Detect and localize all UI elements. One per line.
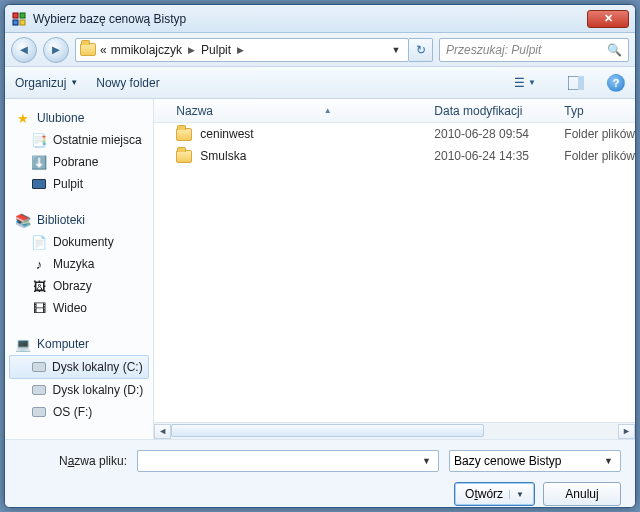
chevron-down-icon[interactable]: ▼ [601,456,616,466]
app-icon [11,11,27,27]
disk-icon [32,359,46,375]
folder-icon [176,150,192,163]
list-icon: ☰ [514,76,525,90]
disk-icon [31,382,47,398]
titlebar: Wybierz bazę cenową Bistyp ✕ [5,5,635,33]
close-button[interactable]: ✕ [587,10,629,28]
cancel-button[interactable]: Anuluj [543,482,621,506]
chevron-right-icon[interactable]: ▶ [186,45,197,55]
video-icon: 🎞 [31,300,47,316]
sidebar-item-recent[interactable]: 📑Ostatnie miejsca [5,129,153,151]
svg-rect-0 [13,13,18,18]
file-type-filter[interactable]: Bazy cenowe Bistyp ▼ [449,450,621,472]
desktop-icon [31,176,47,192]
dialog-footer: Nazwa pliku: ▼ Bazy cenowe Bistyp ▼ Otwó… [5,439,635,508]
scroll-track[interactable] [171,424,618,439]
window-title: Wybierz bazę cenową Bistyp [33,12,587,26]
sidebar-item-drive-f[interactable]: OS (F:) [5,401,153,423]
open-split-dropdown[interactable]: ▼ [509,490,524,499]
dialog-body: ★ Ulubione 📑Ostatnie miejsca ⬇️Pobrane P… [5,99,635,439]
table-row[interactable]: Smulska 2010-06-24 14:35 Folder plików [154,145,635,167]
chevron-down-icon: ▼ [528,78,536,87]
recent-icon: 📑 [31,132,47,148]
refresh-button[interactable]: ↻ [409,38,433,62]
toolbar: Organizuj ▼ Nowy folder ☰ ▼ ? [5,67,635,99]
computer-icon: 💻 [15,336,31,352]
sort-ascending-icon: ▲ [324,106,332,115]
sidebar-item-documents[interactable]: 📄Dokumenty [5,231,153,253]
chevron-down-icon[interactable]: ▼ [419,456,434,466]
chevron-down-icon: ▼ [70,78,78,87]
scroll-right-button[interactable]: ► [618,424,635,439]
address-dropdown[interactable]: ▼ [388,45,404,55]
star-icon: ★ [15,110,31,126]
sidebar-item-desktop[interactable]: Pulpit [5,173,153,195]
svg-rect-1 [20,13,25,18]
search-input[interactable]: Przeszukaj: Pulpit 🔍 [439,38,629,62]
picture-icon: 🖼 [31,278,47,294]
sidebar-item-drive-d[interactable]: Dysk lokalny (D:) [5,379,153,401]
sidebar: ★ Ulubione 📑Ostatnie miejsca ⬇️Pobrane P… [5,99,154,439]
column-headers: Nazwa▲ Data modyfikacji Typ [154,99,635,123]
sidebar-group-libraries[interactable]: 📚 Biblioteki [5,209,153,231]
crumb[interactable]: Pulpit [201,43,231,57]
search-placeholder: Przeszukaj: Pulpit [446,43,541,57]
crumb-overflow[interactable]: « [100,43,107,57]
svg-rect-2 [13,20,18,25]
organize-menu[interactable]: Organizuj ▼ [15,76,78,90]
open-button[interactable]: Otwórz ▼ [454,482,535,506]
column-header-type[interactable]: Typ [564,104,635,118]
sidebar-item-pictures[interactable]: 🖼Obrazy [5,275,153,297]
disk-icon [31,404,47,420]
svg-rect-3 [20,20,25,25]
folder-icon [80,42,96,58]
svg-rect-5 [578,76,584,90]
music-icon: ♪ [31,256,47,272]
libraries-icon: 📚 [15,212,31,228]
preview-pane-button[interactable] [563,72,589,94]
folder-icon [176,128,192,141]
document-icon: 📄 [31,234,47,250]
address-bar[interactable]: « mmikolajczyk ▶ Pulpit ▶ ▼ [75,38,409,62]
scroll-left-button[interactable]: ◄ [154,424,171,439]
nav-bar: ◄ ► « mmikolajczyk ▶ Pulpit ▶ ▼ ↻ Przesz… [5,33,635,67]
file-list-area: Nazwa▲ Data modyfikacji Typ ceninwest 20… [154,99,635,439]
scroll-thumb[interactable] [171,424,484,437]
sidebar-group-computer[interactable]: 💻 Komputer [5,333,153,355]
table-row[interactable]: ceninwest 2010-06-28 09:54 Folder plików [154,123,635,145]
help-button[interactable]: ? [607,74,625,92]
sidebar-group-favorites[interactable]: ★ Ulubione [5,107,153,129]
download-icon: ⬇️ [31,154,47,170]
filename-input[interactable]: ▼ [137,450,439,472]
horizontal-scrollbar[interactable]: ◄ ► [154,422,635,439]
sidebar-item-videos[interactable]: 🎞Wideo [5,297,153,319]
sidebar-item-downloads[interactable]: ⬇️Pobrane [5,151,153,173]
column-header-date[interactable]: Data modyfikacji [434,104,564,118]
sidebar-item-music[interactable]: ♪Muzyka [5,253,153,275]
filename-label: Nazwa pliku: [19,454,127,468]
column-header-name[interactable]: Nazwa▲ [154,104,434,118]
file-open-dialog: Wybierz bazę cenową Bistyp ✕ ◄ ► « mmiko… [4,4,636,508]
view-mode-button[interactable]: ☰ ▼ [505,72,545,94]
crumb[interactable]: mmikolajczyk [111,43,182,57]
chevron-right-icon[interactable]: ▶ [235,45,246,55]
forward-button[interactable]: ► [43,37,69,63]
sidebar-resize-handle[interactable] [150,99,154,439]
search-icon: 🔍 [607,43,622,57]
new-folder-button[interactable]: Nowy folder [96,76,159,90]
sidebar-item-drive-c[interactable]: Dysk lokalny (C:) [9,355,149,379]
file-list[interactable]: ceninwest 2010-06-28 09:54 Folder plików… [154,123,635,422]
back-button[interactable]: ◄ [11,37,37,63]
